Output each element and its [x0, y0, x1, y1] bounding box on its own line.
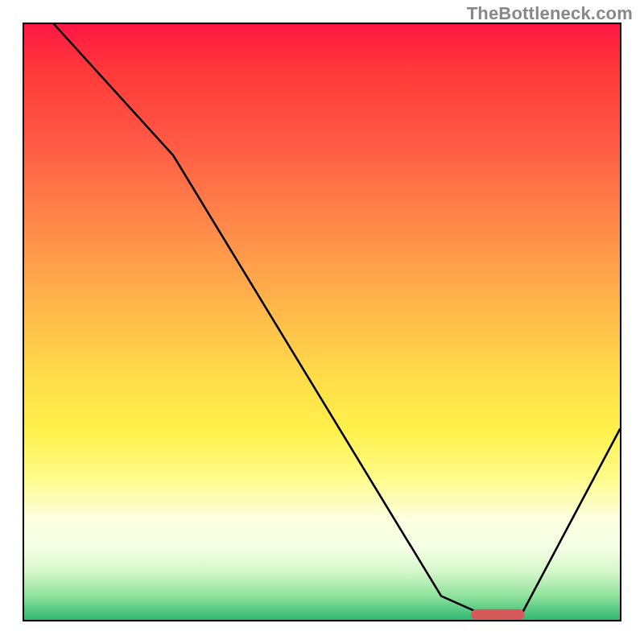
- plot-area: [23, 23, 621, 621]
- bottleneck-curve: [54, 24, 620, 620]
- chart-svg: [24, 24, 620, 620]
- watermark-text: TheBottleneck.com: [467, 3, 633, 24]
- sweet-spot-marker: [471, 609, 525, 620]
- chart-container: TheBottleneck.com: [0, 0, 644, 644]
